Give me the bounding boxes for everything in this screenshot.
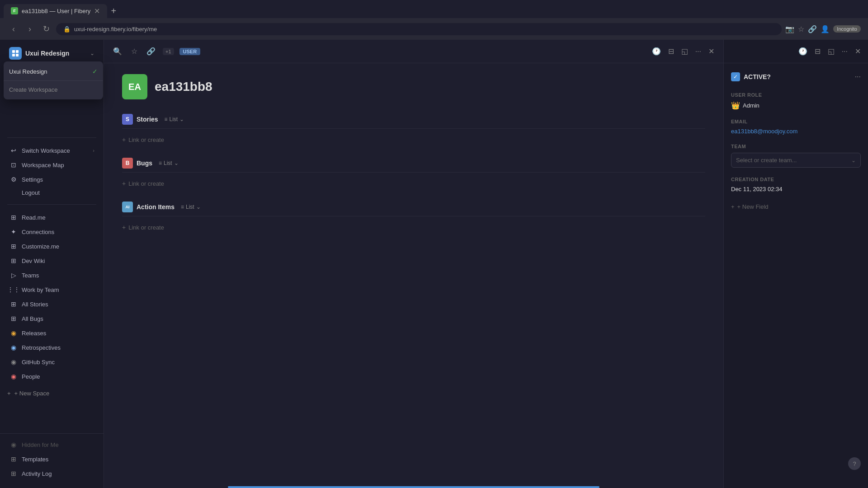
team-field: TEAM Select or create team... ⌄ bbox=[731, 144, 861, 168]
bugs-link-create[interactable]: + Link or create bbox=[122, 176, 705, 191]
user-circle-icon[interactable]: 👤 bbox=[821, 25, 830, 33]
main-content: 🔍 ☆ 🔗 +1 USER 🕐 ⊟ ◱ ··· ✕ EA ea131bb8 S bbox=[104, 40, 723, 488]
counter-badge[interactable]: +1 bbox=[163, 48, 174, 55]
panel-view-btn[interactable]: ◱ bbox=[826, 45, 836, 57]
panel-clock-btn[interactable]: 🕐 bbox=[797, 45, 809, 57]
sidebar-item-label: Work by Team bbox=[22, 286, 59, 293]
sidebar-item-label: Templates bbox=[22, 456, 48, 463]
star-btn[interactable]: ☆ bbox=[129, 45, 139, 57]
workspace-chevron-icon: ⌄ bbox=[90, 50, 94, 56]
readme-icon: ⊞ bbox=[9, 213, 18, 222]
action-items-view-label: List bbox=[186, 204, 194, 210]
panel-columns-btn[interactable]: ⊟ bbox=[813, 45, 822, 57]
switch-workspace-icon: ↩ bbox=[9, 146, 18, 155]
sidebar-item-work-by-team[interactable]: ⋮⋮ Work by Team bbox=[2, 282, 102, 297]
sidebar-item-readme[interactable]: ⊞ Read.me bbox=[2, 210, 102, 225]
help-btn[interactable]: ? bbox=[848, 457, 861, 470]
panel-more-options-btn[interactable]: ··· bbox=[855, 73, 861, 81]
more-btn[interactable]: ··· bbox=[693, 46, 703, 57]
creation-date-value: Dec 11, 2023 02:34 bbox=[731, 186, 861, 192]
action-items-view-chevron: ⌄ bbox=[196, 204, 201, 210]
sidebar-item-templates[interactable]: ⊞ Templates bbox=[2, 452, 102, 466]
sidebar-item-connections[interactable]: ✦ Connections bbox=[2, 225, 102, 239]
sidebar-item-label: Activity Log bbox=[22, 470, 52, 477]
dropdown-item-uxui[interactable]: Uxui Redesign ✓ bbox=[4, 64, 103, 79]
sidebar-item-label: Customize.me bbox=[22, 243, 59, 250]
bugs-title: Bugs bbox=[137, 160, 152, 167]
address-bar[interactable]: 🔒 uxui-redesign.fibery.io/fibery/me bbox=[56, 23, 782, 35]
sidebar-item-all-bugs[interactable]: ⊞ All Bugs bbox=[2, 311, 102, 326]
sidebar-item-logout[interactable]: Logout bbox=[2, 187, 102, 199]
link-btn[interactable]: 🔗 bbox=[145, 45, 157, 57]
customize-icon: ⊞ bbox=[9, 242, 18, 251]
sidebar-item-retrospectives[interactable]: ◉ Retrospectives bbox=[2, 340, 102, 355]
action-items-link-label: Link or create bbox=[128, 224, 164, 231]
browser-chrome: F ea131bb8 — User | Fibery ✕ + ‹ › ↻ 🔒 u… bbox=[0, 0, 868, 40]
search-btn[interactable]: 🔍 bbox=[111, 45, 124, 57]
tab-favicon: F bbox=[11, 7, 18, 14]
extension-icon[interactable]: 🔗 bbox=[808, 25, 817, 33]
sidebar-item-hidden[interactable]: ◉ Hidden for Me bbox=[2, 437, 102, 452]
stories-view-selector[interactable]: ≡ List ⌄ bbox=[161, 115, 187, 123]
email-value[interactable]: ea131bb8@moodjoy.com bbox=[731, 128, 861, 135]
new-field-btn[interactable]: + + New Field bbox=[731, 202, 861, 212]
dropdown-item-create[interactable]: Create Workspace bbox=[4, 83, 103, 97]
back-btn[interactable]: ‹ bbox=[7, 23, 20, 35]
sidebar-item-label: People bbox=[22, 373, 40, 380]
screenshot-icon[interactable]: 📷 bbox=[785, 25, 794, 33]
close-btn[interactable]: ✕ bbox=[707, 45, 716, 57]
all-bugs-icon: ⊞ bbox=[9, 314, 18, 323]
sidebar-item-label: Teams bbox=[22, 272, 39, 279]
sidebar-item-switch-workspace[interactable]: ↩ Switch Workspace › bbox=[2, 143, 102, 158]
sidebar-item-activity-log[interactable]: ⊞ Activity Log bbox=[2, 466, 102, 481]
workspace-name: Uxui Redesign bbox=[25, 50, 86, 57]
sidebar-item-releases[interactable]: ◉ Releases bbox=[2, 326, 102, 340]
new-tab-btn[interactable]: + bbox=[107, 5, 120, 17]
bugs-link-label: Link or create bbox=[128, 180, 164, 187]
stories-plus-icon: + bbox=[122, 136, 126, 143]
sidebar-item-workspace-map[interactable]: ⊡ Workspace Map bbox=[2, 158, 102, 172]
user-badge[interactable]: USER bbox=[179, 48, 201, 55]
switch-workspace-arrow-icon: › bbox=[93, 148, 94, 153]
bugs-icon: B bbox=[122, 158, 133, 169]
panel-close-btn[interactable]: ✕ bbox=[853, 45, 863, 57]
svg-rect-2 bbox=[12, 54, 15, 56]
workspace-header[interactable]: Uxui Redesign ⌄ bbox=[4, 43, 100, 63]
reload-btn[interactable]: ↻ bbox=[40, 23, 52, 35]
sidebar-item-all-stories[interactable]: ⊞ All Stories bbox=[2, 297, 102, 311]
tab-title: ea131bb8 — User | Fibery bbox=[22, 8, 90, 14]
nav-actions: 📷 ☆ 🔗 👤 Incognito bbox=[785, 25, 861, 33]
sidebar-item-label: Connections bbox=[22, 229, 54, 235]
sidebar-item-github-sync[interactable]: ◉ GitHub Sync bbox=[2, 355, 102, 369]
sidebar-item-label: Read.me bbox=[22, 214, 46, 221]
creation-date-field: CREATION DATE Dec 11, 2023 02:34 bbox=[731, 177, 861, 192]
sidebar-item-teams[interactable]: ▷ Teams bbox=[2, 268, 102, 282]
stories-section: S Stories ≡ List ⌄ + Link or create bbox=[122, 114, 705, 147]
bugs-section: B Bugs ≡ List ⌄ + Link or create bbox=[122, 158, 705, 191]
columns-btn[interactable]: ⊟ bbox=[666, 45, 676, 57]
tab-close-icon[interactable]: ✕ bbox=[94, 7, 100, 15]
active-checkbox[interactable]: ✓ bbox=[731, 72, 740, 81]
sidebar-item-people[interactable]: ◉ People bbox=[2, 369, 102, 384]
stories-section-header: S Stories ≡ List ⌄ bbox=[122, 114, 705, 129]
forward-btn[interactable]: › bbox=[24, 23, 36, 35]
incognito-badge: Incognito bbox=[833, 25, 861, 33]
bookmark-icon[interactable]: ☆ bbox=[798, 25, 804, 33]
new-space-btn[interactable]: + + New Space bbox=[0, 387, 104, 399]
sidebar-item-customize[interactable]: ⊞ Customize.me bbox=[2, 239, 102, 253]
action-items-link-create[interactable]: + Link or create bbox=[122, 220, 705, 235]
team-select-placeholder: Select or create team... bbox=[736, 157, 797, 164]
sidebar-item-settings[interactable]: ⚙ Settings bbox=[2, 172, 102, 187]
app-layout: Uxui Redesign ⌄ ea131bb8 Uxui Redesign ✓… bbox=[0, 40, 868, 488]
email-field: EMAIL ea131bb8@moodjoy.com bbox=[731, 119, 861, 135]
team-select[interactable]: Select or create team... ⌄ bbox=[731, 153, 861, 168]
bugs-view-selector[interactable]: ≡ List ⌄ bbox=[156, 159, 181, 167]
active-tab[interactable]: F ea131bb8 — User | Fibery ✕ bbox=[4, 4, 107, 18]
clock-btn[interactable]: 🕐 bbox=[650, 45, 663, 57]
dev-wiki-icon: ⊞ bbox=[9, 256, 18, 265]
sidebar-item-dev-wiki[interactable]: ⊞ Dev Wiki bbox=[2, 253, 102, 268]
action-items-view-selector[interactable]: ≡ List ⌄ bbox=[178, 203, 203, 211]
stories-link-create[interactable]: + Link or create bbox=[122, 132, 705, 147]
view-btn[interactable]: ◱ bbox=[679, 45, 690, 57]
panel-more-btn[interactable]: ··· bbox=[840, 46, 849, 57]
